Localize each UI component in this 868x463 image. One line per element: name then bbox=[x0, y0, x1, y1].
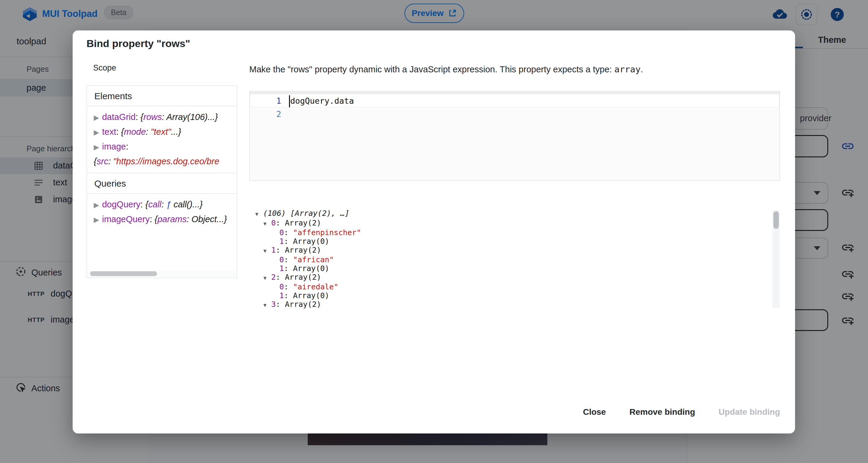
dialog-description: Make the "rows" property dynamic with a … bbox=[249, 64, 643, 74]
code-token: src bbox=[97, 156, 108, 166]
code-editor[interactable]: 1dogQuery.data2 bbox=[249, 91, 780, 181]
scope-label: Scope bbox=[93, 63, 116, 73]
code-token: : Array(0) bbox=[284, 264, 330, 273]
close-button[interactable]: Close bbox=[581, 404, 608, 420]
code-token: : Array(0) bbox=[284, 237, 330, 246]
code-token: params bbox=[157, 214, 187, 224]
preview-tree-row[interactable]: 0: "affenpinscher" bbox=[252, 228, 768, 237]
expand-arrow-icon[interactable]: ▶ bbox=[94, 114, 99, 121]
collapse-arrow-icon[interactable]: ▼ bbox=[255, 210, 263, 219]
code-token: : bbox=[284, 282, 293, 291]
description-text: Make the "rows" property dynamic with a … bbox=[249, 64, 614, 74]
editor-padding bbox=[250, 92, 779, 94]
dialog-title: Bind property "rows" bbox=[87, 38, 190, 50]
expand-arrow-icon[interactable]: ▶ bbox=[94, 143, 99, 151]
line-number: 2 bbox=[250, 110, 281, 119]
entry-value-preview: {call: ƒ call()...} bbox=[145, 197, 203, 212]
code-token: "affenpinscher" bbox=[293, 228, 361, 237]
entry-value-preview: {src: "https://images.dog.ceo/bre bbox=[94, 154, 219, 168]
value-preview-tree: ▼(106) [Array(2), …]▼0: Array(2)0: "affe… bbox=[252, 209, 768, 309]
code-token: 1 bbox=[271, 246, 276, 254]
code-token: ...} bbox=[171, 127, 181, 136]
text-cursor bbox=[289, 95, 290, 107]
expected-type: array bbox=[614, 64, 641, 74]
code-token: 3 bbox=[271, 300, 276, 309]
preview-tree-row[interactable]: ▼2: Array(2) bbox=[252, 273, 768, 282]
code-token: : Array(0) bbox=[284, 291, 330, 300]
description-period: . bbox=[641, 64, 643, 74]
entry-value-preview: {params: Object...} bbox=[155, 212, 227, 226]
update-binding-button[interactable]: Update binding bbox=[717, 404, 782, 420]
code-token: : bbox=[108, 156, 113, 166]
code-token: : Array(106)...} bbox=[162, 112, 218, 122]
collapse-arrow-icon[interactable]: ▼ bbox=[264, 301, 271, 309]
code-token: : bbox=[284, 228, 293, 237]
remove-binding-button[interactable]: Remove binding bbox=[627, 404, 697, 420]
entry-value-preview: {mode: "text"...} bbox=[121, 125, 181, 139]
code-token: : Array(2) bbox=[276, 246, 321, 254]
code-token: { bbox=[121, 127, 124, 136]
preview-tree-row[interactable]: ▼3: Array(2) bbox=[252, 300, 768, 309]
code-token: : bbox=[141, 199, 145, 209]
vertical-scrollbar-thumb[interactable] bbox=[773, 211, 779, 229]
collapse-arrow-icon[interactable]: ▼ bbox=[264, 274, 271, 282]
preview-tree-row[interactable]: 0: "airedale" bbox=[252, 282, 768, 291]
code-token: : bbox=[150, 214, 155, 224]
code-token: : bbox=[161, 199, 166, 209]
collapse-arrow-icon[interactable]: ▼ bbox=[264, 219, 271, 228]
code-token: mode bbox=[124, 127, 146, 136]
expand-arrow-icon[interactable]: ▶ bbox=[94, 201, 99, 209]
preview-tree-row[interactable]: 1: Array(0) bbox=[252, 264, 768, 273]
collapse-arrow-icon[interactable]: ▼ bbox=[264, 247, 271, 255]
code-token: text bbox=[102, 127, 116, 136]
preview-tree-row[interactable]: ▼1: Array(2) bbox=[252, 246, 768, 255]
dialog-actions: Close Remove binding Update binding bbox=[581, 404, 782, 420]
editor-line[interactable]: 1dogQuery.data bbox=[250, 94, 779, 107]
code-token: : bbox=[146, 127, 151, 136]
code-token: call bbox=[148, 199, 161, 209]
line-number: 1 bbox=[250, 96, 281, 105]
code-token: 0 bbox=[271, 219, 276, 227]
horizontal-scrollbar[interactable] bbox=[88, 270, 237, 277]
horizontal-scrollbar-thumb[interactable] bbox=[90, 271, 157, 276]
code-token: 2 bbox=[271, 273, 276, 281]
scope-tree-entry[interactable]: ▶dogQuery: {call: ƒ call()...} bbox=[94, 197, 237, 212]
code-token: 0 bbox=[279, 228, 284, 237]
code-token: dogQuery bbox=[102, 199, 141, 209]
scope-section-title: Elements bbox=[87, 86, 237, 106]
code-token: : Array(2) bbox=[276, 300, 321, 309]
code-token: 0 bbox=[279, 282, 284, 291]
code-token: 1 bbox=[279, 291, 284, 300]
code-text: dogQuery.data bbox=[290, 96, 354, 105]
code-token: : Array(2) bbox=[276, 273, 321, 281]
code-token: { bbox=[145, 199, 148, 209]
code-token: dataGrid bbox=[102, 112, 135, 122]
code-token: { bbox=[141, 112, 144, 122]
code-token: : bbox=[284, 255, 293, 264]
code-token: ƒ bbox=[166, 199, 174, 209]
preview-tree-row[interactable]: 1: Array(0) bbox=[252, 291, 768, 300]
preview-tree-row[interactable]: 0: "african" bbox=[252, 255, 768, 264]
expand-arrow-icon[interactable]: ▶ bbox=[94, 216, 99, 224]
code-token: "airedale" bbox=[293, 282, 338, 291]
code-token: "african" bbox=[293, 255, 334, 264]
code-token: { bbox=[94, 156, 97, 166]
code-token: "https://images.dog.ceo/bre bbox=[113, 156, 219, 166]
preview-tree-row[interactable]: ▼0: Array(2) bbox=[252, 219, 768, 228]
preview-tree-row[interactable]: 1: Array(0) bbox=[252, 237, 768, 246]
scope-tree-entry[interactable]: ▶image: {src: "https://images.dog.ceo/br… bbox=[94, 140, 237, 168]
bind-property-dialog: Bind property "rows" Scope Elements▶data… bbox=[73, 30, 795, 433]
code-token: : bbox=[126, 142, 128, 151]
preview-tree-row[interactable]: ▼(106) [Array(2), …] bbox=[252, 209, 768, 219]
scope-tree-entry[interactable]: ▶imageQuery: {params: Object...} bbox=[94, 212, 237, 227]
scope-tree-entry[interactable]: ▶text: {mode: "text"...} bbox=[94, 125, 237, 140]
code-token: imageQuery bbox=[102, 214, 150, 224]
editor-line[interactable]: 2 bbox=[250, 107, 779, 121]
code-token: : Object...} bbox=[187, 214, 227, 224]
code-token: rows bbox=[144, 112, 162, 122]
scope-tree-entry[interactable]: ▶dataGrid: {rows: Array(106)...} bbox=[94, 110, 237, 125]
expand-arrow-icon[interactable]: ▶ bbox=[94, 128, 99, 136]
code-token: (106) [Array(2), …] bbox=[263, 209, 349, 218]
entry-value-preview: {rows: Array(106)...} bbox=[141, 110, 218, 124]
code-token: 0 bbox=[279, 255, 284, 264]
